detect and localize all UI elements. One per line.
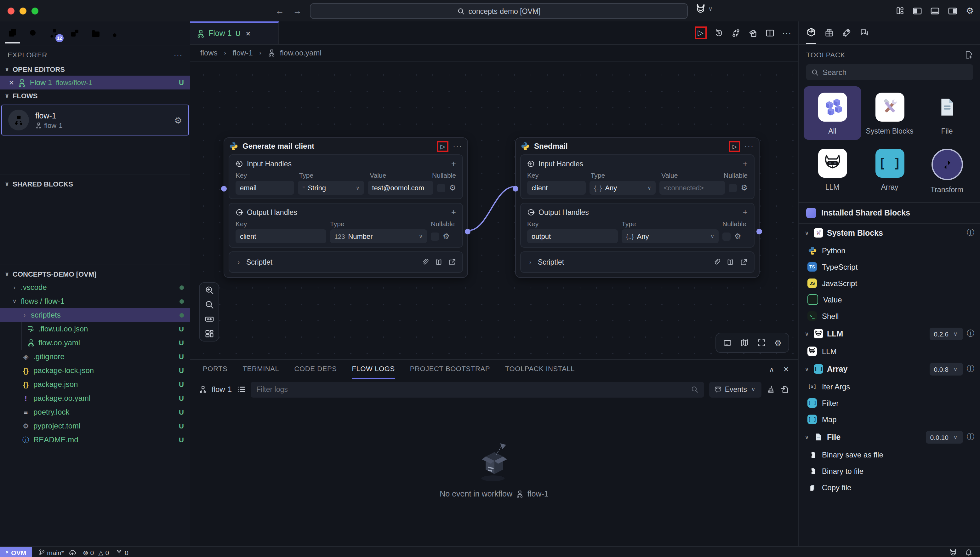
tile-array[interactable]: [ ] Array [861, 142, 918, 199]
export-logs-icon[interactable] [780, 385, 789, 394]
handle-settings-gear-icon[interactable]: ⚙ [735, 232, 741, 241]
input-key-field[interactable]: client [527, 181, 586, 195]
output-key-field[interactable]: output [527, 230, 618, 243]
tree-row-poetry-lock[interactable]: ≡poetry.lockU [0, 405, 190, 419]
flows-activity-icon[interactable]: 12 [47, 24, 62, 42]
minimap-icon[interactable] [740, 338, 749, 347]
group-file[interactable]: ∨ File 0.0.10∨ ⓘ [799, 428, 980, 447]
docs-icon[interactable] [726, 258, 735, 266]
nav-back-icon[interactable]: ← [275, 6, 284, 16]
toolpack-tab-icon[interactable] [806, 21, 816, 44]
breadcrumb-file[interactable]: flow.oo.yaml [280, 49, 322, 57]
output-type-select[interactable]: 123Number∨ [330, 230, 427, 243]
block-item-binary-to-file[interactable]: Binary to file [799, 463, 980, 479]
output-type-select[interactable]: {..}Any∨ [622, 230, 718, 243]
shared-blocks-header[interactable]: ∨ SHARED BLOCKS [0, 174, 190, 190]
run-flow-button[interactable]: ▷ [695, 26, 707, 39]
command-center-search[interactable]: concepts-demo [OVM] [310, 3, 688, 19]
open-external-icon[interactable] [449, 258, 456, 266]
node-generate-mail-client[interactable]: Generate mail client ▷ ··· Input Handles… [224, 137, 468, 278]
version-dropdown[interactable]: 0.0.8∨ [929, 363, 963, 376]
toolpack-search-input[interactable]: Search [806, 64, 973, 80]
block-item-copy-file[interactable]: Copy file [799, 479, 980, 496]
git-branch-status[interactable]: main* [38, 549, 76, 556]
version-dropdown[interactable]: 0.0.10∨ [926, 431, 963, 444]
open-external-icon[interactable] [740, 258, 748, 266]
block-item-shell[interactable]: >_Shell [799, 308, 980, 324]
canvas-settings-gear-icon[interactable]: ⚙ [774, 338, 782, 347]
flows-section-header[interactable]: ∨ FLOWS [0, 90, 190, 102]
panel-maximize-icon[interactable]: ∧ [769, 365, 774, 373]
log-filter-input[interactable]: Filter logs [251, 381, 704, 397]
group-system-blocks[interactable]: ∨ System Blocks ⓘ [799, 224, 980, 243]
node-more-icon[interactable]: ··· [453, 142, 462, 151]
output-handle-dot[interactable] [465, 229, 470, 235]
docs-icon[interactable] [435, 258, 443, 266]
fit-view-icon[interactable] [757, 338, 766, 347]
attachment-icon[interactable] [713, 258, 720, 266]
block-item-iter-args[interactable]: [x]Iter Args [799, 379, 980, 395]
info-icon[interactable]: ⓘ [967, 432, 974, 443]
handle-settings-gear-icon[interactable]: ⚙ [449, 183, 456, 192]
panel-close-icon[interactable]: ✕ [783, 365, 789, 373]
input-handle-dot[interactable] [513, 186, 518, 192]
tree-row-flows-flow-1[interactable]: ∨flows / flow-1 [0, 294, 190, 308]
tab-flow-1[interactable]: Flow 1 U ✕ [190, 21, 279, 44]
nullable-checkbox[interactable] [722, 232, 731, 240]
add-output-handle-button[interactable]: + [743, 207, 748, 217]
feedback-chat-icon[interactable] [860, 21, 869, 44]
problems-status[interactable]: ⊗ 0 △ 0 [83, 549, 109, 556]
nullable-checkbox[interactable] [431, 232, 439, 240]
add-output-handle-button[interactable]: + [451, 207, 456, 217]
editor-more-icon[interactable]: ··· [782, 28, 791, 37]
customize-layout-icon[interactable] [896, 6, 905, 15]
block-item-llm[interactable]: LLM [799, 344, 980, 360]
close-editor-icon[interactable]: ✕ [9, 79, 14, 86]
input-type-select[interactable]: {..}Any∨ [590, 181, 656, 195]
tab-code-deps[interactable]: CODE DEPS [294, 359, 336, 379]
tree-row-package-oo-yaml[interactable]: !package.oo.yamlU [0, 391, 190, 405]
blocks-activity-icon[interactable] [67, 24, 83, 42]
tile-system-blocks[interactable]: System Blocks [861, 86, 918, 140]
auto-layout-icon[interactable] [205, 329, 214, 338]
input-value-field[interactable]: <connected> [660, 181, 725, 195]
search-activity-icon[interactable] [26, 24, 41, 42]
tree-row-gitignore[interactable]: ◈.gitignoreU [0, 350, 190, 363]
flow-canvas[interactable]: Generate mail client ▷ ··· Input Handles… [190, 62, 798, 360]
marketplace-gift-icon[interactable] [824, 21, 834, 44]
output-key-field[interactable]: client [236, 230, 326, 243]
attachment-icon[interactable] [421, 258, 429, 266]
add-input-handle-button[interactable]: + [743, 159, 748, 168]
tree-row-package-lock[interactable]: {}package-lock.jsonU [0, 363, 190, 378]
group-array[interactable]: ∨ [ ] Array 0.0.8∨ ⓘ [799, 360, 980, 379]
block-item-binary-save[interactable]: Binary save as file [799, 447, 980, 463]
tree-row-flow-yaml[interactable]: flow.oo.yamlU [0, 336, 190, 350]
flow-card[interactable]: flow-1 flow-1 ⚙ [1, 104, 189, 135]
open-editors-header[interactable]: ∨ OPEN EDITORS [0, 63, 190, 76]
block-item-typescript[interactable]: TSTypeScript [799, 259, 980, 275]
zoom-in-icon[interactable] [205, 285, 214, 295]
input-value-field[interactable]: test@oomol.com [368, 181, 434, 195]
zoom-out-icon[interactable] [205, 300, 214, 309]
folder-activity-icon[interactable] [88, 24, 103, 42]
toggle-left-panel-icon[interactable] [913, 6, 922, 15]
nullable-checkbox[interactable] [729, 184, 737, 192]
nullable-checkbox[interactable] [437, 184, 445, 192]
run-node-button[interactable]: ▷ [437, 141, 449, 151]
export-file-icon[interactable] [748, 28, 758, 37]
tile-llm[interactable]: LLM [804, 142, 861, 199]
events-filter-dropdown[interactable]: Events ∨ [709, 381, 761, 397]
scriptlet-section[interactable]: ›Scriptlet [520, 251, 754, 273]
input-type-select[interactable]: “String∨ [298, 181, 364, 195]
tab-project-bootstrap[interactable]: PROJECT BOOTSTRAP [410, 359, 490, 379]
block-item-value[interactable]: Value [799, 292, 980, 308]
minimize-window-button[interactable] [20, 7, 26, 14]
info-icon[interactable]: ⓘ [967, 364, 974, 375]
ports-status[interactable]: 0 [115, 549, 128, 556]
breadcrumb-flow-1[interactable]: flow-1 [233, 49, 253, 57]
rerun-icon[interactable] [714, 28, 724, 37]
node-snedmail[interactable]: Snedmail ▷ ··· Input Handles+ KeyTypeVal… [515, 137, 759, 278]
close-window-button[interactable] [8, 7, 15, 14]
notifications-bell-icon[interactable] [965, 549, 972, 556]
nav-forward-icon[interactable]: → [293, 6, 302, 16]
